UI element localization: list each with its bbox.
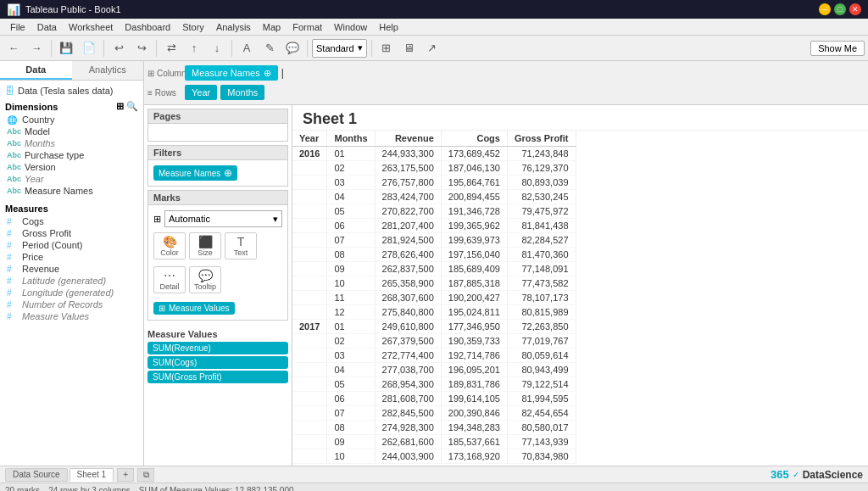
dimensions-header: Dimensions ⊞ 🔍 xyxy=(5,101,138,112)
cell-cogs: 192,714,786 xyxy=(441,349,507,363)
left-panes: Pages Filters Measure Names ⊕ Marks xyxy=(144,105,292,466)
tab-sheet1[interactable]: Sheet 1 xyxy=(70,468,114,482)
toolbar-forward[interactable]: → xyxy=(26,38,47,59)
brand-365: 365 xyxy=(771,468,789,481)
filter-measure-names[interactable]: Measure Names ⊕ xyxy=(153,165,237,181)
measure-gross-profit[interactable]: # Gross Profit xyxy=(5,227,138,239)
measure-longitude[interactable]: # Longitude (generated) xyxy=(5,287,138,299)
sidebar-tab-data[interactable]: Data xyxy=(0,61,72,80)
marks-detail-btn[interactable]: ⋯ Detail xyxy=(153,266,186,293)
measure-latitude[interactable]: # Latitude (generated) xyxy=(5,275,138,287)
dim-country[interactable]: 🌐 Country xyxy=(5,114,138,126)
cell-cogs: 191,346,728 xyxy=(441,204,507,219)
dim-months[interactable]: Abc Months xyxy=(5,137,138,149)
sidebar-tab-analytics[interactable]: Analytics xyxy=(72,61,144,80)
cell-cogs: 187,885,318 xyxy=(441,276,507,291)
menu-analysis[interactable]: Analysis xyxy=(211,20,256,34)
cell-year xyxy=(292,406,327,421)
statusbar-tabs: Data Source Sheet 1 + ⧉ xyxy=(5,468,154,482)
toolbar-new[interactable]: 📄 xyxy=(79,38,99,59)
mv-cogs-pill[interactable]: SUM(Cogs) xyxy=(147,356,288,369)
measure-period[interactable]: # Period (Count) xyxy=(5,239,138,251)
tab-data-source[interactable]: Data Source xyxy=(5,468,68,482)
dim-version[interactable]: Abc Version xyxy=(5,161,138,173)
dim-measure-names[interactable]: Abc Measure Names xyxy=(5,185,138,197)
cell-revenue: 249,610,800 xyxy=(375,320,441,334)
toolbar-share[interactable]: ↗ xyxy=(422,38,442,59)
cell-month: 02 xyxy=(327,334,375,349)
toolbar-sort-asc[interactable]: ↑ xyxy=(184,38,204,59)
cell-month: 07 xyxy=(327,233,375,248)
cell-gross-profit: 77,148,091 xyxy=(507,262,576,276)
dim-year[interactable]: Abc Year xyxy=(5,173,138,185)
mv-pill-label: Measure Values xyxy=(169,304,230,313)
cell-revenue: 268,307,600 xyxy=(375,291,441,305)
marks-type-dropdown[interactable]: Automatic ▾ xyxy=(164,210,282,227)
marks-tooltip-btn[interactable]: 💬 Tooltip xyxy=(189,266,221,293)
measure-revenue[interactable]: # Revenue xyxy=(5,263,138,275)
toolbar-swap[interactable]: ⇄ xyxy=(161,38,181,59)
toolbar-sort-desc[interactable]: ↓ xyxy=(207,38,227,59)
measure-cogs[interactable]: # Cogs xyxy=(5,215,138,227)
menu-help[interactable]: Help xyxy=(374,20,403,34)
close-button[interactable]: ✕ xyxy=(849,3,861,15)
toolbar-device[interactable]: 🖥 xyxy=(399,38,420,59)
measure-values-pill[interactable]: ⊞ Measure Values xyxy=(153,302,235,315)
table-row: 02263,175,500187,046,13076,129,370 xyxy=(292,161,576,176)
toolbar-highlight[interactable]: ✎ xyxy=(259,38,280,59)
new-sheet-btn[interactable]: + xyxy=(117,468,134,482)
marks-text-btn[interactable]: T Text xyxy=(225,232,257,259)
rows-grid-icon: ≡ xyxy=(147,88,153,98)
show-me-button[interactable]: Show Me xyxy=(810,41,865,56)
data-table: Year Months Revenue Cogs Gross Profit 20… xyxy=(292,131,576,464)
measure-values[interactable]: # Measure Values xyxy=(5,310,138,322)
rows-year-pill[interactable]: Year xyxy=(185,85,217,100)
toolbar-text[interactable]: A xyxy=(236,38,257,59)
mv-gp-pill[interactable]: SUM(Gross Profit) xyxy=(147,371,288,383)
menu-dashboard[interactable]: Dashboard xyxy=(120,20,175,34)
toolbar-redo[interactable]: ↪ xyxy=(131,38,152,59)
data-source-item[interactable]: 🗄 Data (Tesla sales data) xyxy=(5,84,138,98)
marks-title: Marks xyxy=(148,191,287,205)
sheet-title: Sheet 1 xyxy=(292,105,868,131)
menu-worksheet[interactable]: Worksheet xyxy=(64,20,118,34)
detail-label: Detail xyxy=(159,282,179,291)
window-controls[interactable]: ─ □ ✕ xyxy=(819,3,861,15)
dim-model[interactable]: Abc Model xyxy=(5,126,138,137)
measure-lat-label: Latitude (generated) xyxy=(22,276,106,286)
minimize-button[interactable]: ─ xyxy=(819,3,831,15)
toolbar-back[interactable]: ← xyxy=(3,38,24,59)
marks-size-btn[interactable]: ⬛ Size xyxy=(189,232,221,259)
toolbar-tooltip[interactable]: 💬 xyxy=(282,38,303,59)
globe-icon: 🌐 xyxy=(7,115,19,125)
measure-price[interactable]: # Price xyxy=(5,251,138,263)
maximize-button[interactable]: □ xyxy=(834,3,846,15)
duplicate-sheet-btn[interactable]: ⧉ xyxy=(137,468,154,482)
marks-color-btn[interactable]: 🎨 Color xyxy=(153,232,186,259)
columns-measure-names-pill[interactable]: Measure Names ⊕ xyxy=(185,65,278,81)
toolbar-fit[interactable]: ⊞ xyxy=(376,38,397,59)
cell-revenue: 276,757,800 xyxy=(375,176,441,190)
mv-revenue-pill[interactable]: SUM(Revenue) xyxy=(147,342,288,354)
cell-gross-profit: 82,530,245 xyxy=(507,190,576,204)
menu-data[interactable]: Data xyxy=(32,20,62,34)
measure-num-records[interactable]: # Number of Records xyxy=(5,299,138,310)
statusbar: Data Source Sheet 1 + ⧉ 365✓DataScience xyxy=(0,466,868,483)
mv-cogs-label: SUM(Cogs) xyxy=(153,358,197,367)
cell-month: 05 xyxy=(327,377,375,392)
toolbar-save[interactable]: 💾 xyxy=(56,38,76,59)
menu-map[interactable]: Map xyxy=(258,20,286,34)
rows-shelf: ≡ Rows Year Months xyxy=(147,83,865,102)
menu-format[interactable]: Format xyxy=(287,20,327,34)
menu-story[interactable]: Story xyxy=(177,20,209,34)
table-row: 10265,358,900187,885,31877,473,582 xyxy=(292,276,576,291)
menu-file[interactable]: File xyxy=(5,20,31,34)
cell-year xyxy=(292,449,327,464)
dim-purchase-type[interactable]: Abc Purchase type xyxy=(5,149,138,161)
toolbar-undo[interactable]: ↩ xyxy=(108,38,129,59)
toolbar-standard-dropdown[interactable]: Standard ▾ xyxy=(312,39,367,58)
data-source-label: Data (Tesla sales data) xyxy=(18,86,114,96)
rows-months-pill[interactable]: Months xyxy=(220,85,264,100)
table-scroll[interactable]: Year Months Revenue Cogs Gross Profit 20… xyxy=(292,131,868,466)
menu-window[interactable]: Window xyxy=(329,20,372,34)
